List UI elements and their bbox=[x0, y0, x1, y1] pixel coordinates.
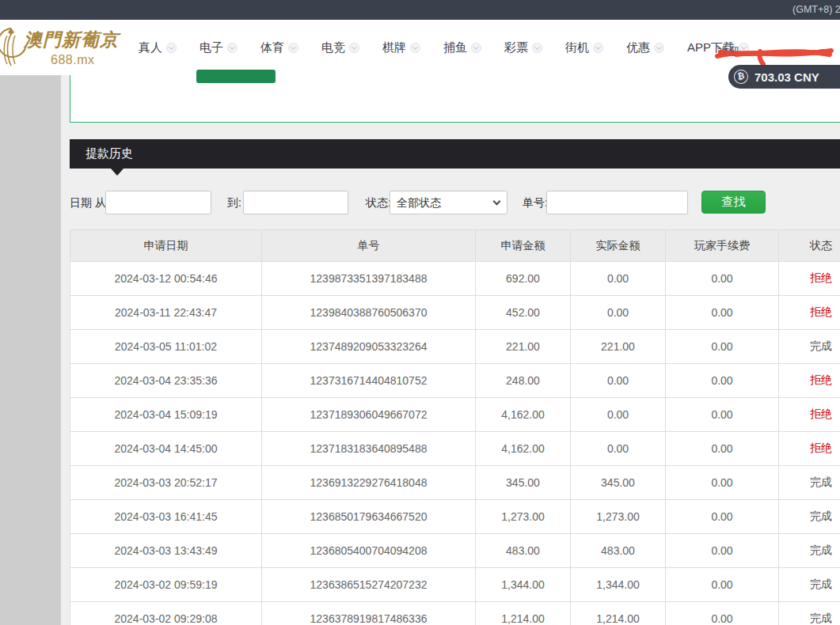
col-header-actual-amount: 实际金额 bbox=[571, 230, 666, 262]
cell-request-amount: 345.00 bbox=[476, 466, 571, 500]
cell-date: 2024-03-03 16:41:45 bbox=[70, 500, 262, 534]
table-row: 2024-03-02 09:29:0812363789198174863361,… bbox=[70, 602, 840, 625]
cell-request-amount: 692.00 bbox=[476, 262, 571, 296]
balance-pill[interactable]: ₿ 703.03 CNY bbox=[728, 65, 840, 89]
withdraw-history-table: 申请日期 单号 申请金额 实际金额 玩家手续费 状态 2024-03-12 00… bbox=[70, 229, 840, 625]
table-row: 2024-03-03 16:41:4512368501796346675201,… bbox=[70, 500, 840, 534]
search-button[interactable]: 查找 bbox=[701, 191, 766, 214]
cell-date: 2024-03-11 22:43:47 bbox=[70, 296, 262, 330]
table-row: 2024-03-03 13:43:49123680540070409420848… bbox=[70, 534, 840, 568]
cell-order-no: 1239873351397183488 bbox=[262, 262, 476, 296]
table-header-row: 申请日期 单号 申请金额 实际金额 玩家手续费 状态 bbox=[70, 230, 840, 262]
cell-actual-amount: 0.00 bbox=[571, 262, 666, 296]
col-header-date: 申请日期 bbox=[70, 230, 262, 262]
nav-item-esports[interactable]: 电竞 bbox=[321, 40, 359, 55]
cell-player-fee: 0.00 bbox=[666, 500, 779, 534]
bitcoin-icon: ₿ bbox=[733, 69, 749, 85]
table-row: 2024-03-04 23:35:36123731671440481075224… bbox=[70, 364, 840, 398]
cell-player-fee: 0.00 bbox=[666, 432, 779, 466]
table-row: 2024-03-04 14:45:0012371831836408954884,… bbox=[70, 432, 840, 466]
date-to-input[interactable] bbox=[243, 191, 348, 214]
table-body: 2024-03-12 00:54:46123987335139718348869… bbox=[70, 262, 840, 625]
nav-item-lottery[interactable]: 彩票 bbox=[504, 40, 542, 55]
chevron-circle-icon bbox=[654, 43, 664, 53]
date-from-input[interactable] bbox=[105, 191, 211, 214]
col-header-player-fee: 玩家手续费 bbox=[666, 230, 779, 262]
cell-order-no: 1237316714404810752 bbox=[262, 364, 476, 398]
cell-status: 拒绝 bbox=[779, 364, 840, 398]
cell-date: 2024-03-05 11:01:02 bbox=[70, 330, 262, 364]
cell-status: 完成 bbox=[779, 602, 840, 625]
cell-actual-amount: 0.00 bbox=[571, 296, 666, 330]
cell-order-no: 1237489209053323264 bbox=[262, 330, 476, 364]
panel-title: 提款历史 bbox=[86, 146, 133, 161]
cell-request-amount: 483.00 bbox=[476, 534, 571, 568]
cell-request-amount: 1,214.00 bbox=[476, 602, 571, 625]
timezone-label: (GMT+8) 2 bbox=[792, 4, 840, 15]
status-select[interactable]: 全部状态 bbox=[390, 191, 507, 214]
cell-player-fee: 0.00 bbox=[666, 262, 779, 296]
nav-item-live[interactable]: 真人 bbox=[139, 40, 177, 55]
cell-actual-amount: 0.00 bbox=[571, 432, 666, 466]
nav-item-label: 街机 bbox=[565, 40, 589, 55]
cell-actual-amount: 1,273.00 bbox=[571, 500, 666, 534]
cell-request-amount: 1,273.00 bbox=[476, 500, 571, 534]
date-from-label: 日期 从: bbox=[70, 196, 109, 210]
brand-domain: 688.mx bbox=[51, 53, 94, 67]
status-select-wrap: 全部状态 bbox=[390, 191, 507, 214]
welcome-area: 欢迎 bbox=[713, 40, 839, 67]
cell-order-no: 1236386515274207232 bbox=[262, 568, 476, 602]
table-row: 2024-03-12 00:54:46123987335139718348869… bbox=[70, 262, 840, 296]
cell-status: 完成 bbox=[779, 330, 840, 364]
chevron-circle-icon bbox=[227, 43, 238, 53]
table-header: 申请日期 单号 申请金额 实际金额 玩家手续费 状态 bbox=[70, 230, 840, 262]
cell-status: 拒绝 bbox=[779, 262, 840, 296]
cell-date: 2024-03-03 20:52:17 bbox=[70, 466, 262, 500]
top-bar: (GMT+8) 2 bbox=[0, 0, 840, 20]
col-header-status: 状态 bbox=[779, 230, 840, 262]
cell-request-amount: 452.00 bbox=[476, 296, 571, 330]
nav-item-cards[interactable]: 棋牌 bbox=[382, 40, 420, 55]
cell-actual-amount: 345.00 bbox=[571, 466, 666, 500]
chevron-circle-icon bbox=[593, 43, 603, 53]
cell-status: 完成 bbox=[779, 534, 840, 568]
brand-title: 澳門新葡京 bbox=[24, 28, 119, 52]
cell-status: 完成 bbox=[779, 500, 840, 534]
cell-request-amount: 1,344.00 bbox=[476, 568, 571, 602]
table-row: 2024-03-03 20:52:17123691322927641804834… bbox=[70, 466, 840, 500]
cell-date: 2024-03-04 14:45:00 bbox=[70, 432, 262, 466]
nav-item-promo[interactable]: 优惠 bbox=[626, 40, 664, 55]
nav-item-label: 电竞 bbox=[321, 40, 345, 55]
nav-item-fishing[interactable]: 捕鱼 bbox=[443, 40, 481, 55]
cell-date: 2024-03-03 13:43:49 bbox=[70, 534, 262, 568]
site-logo[interactable]: 澳門新葡京 688.mx bbox=[0, 23, 124, 74]
nav-item-arcade[interactable]: 街机 bbox=[565, 40, 603, 55]
table-row: 2024-03-04 15:09:1912371893060496670724,… bbox=[70, 398, 840, 432]
cell-order-no: 1236378919817486336 bbox=[262, 602, 476, 625]
cell-date: 2024-03-02 09:59:19 bbox=[70, 568, 262, 602]
cell-order-no: 1237183183640895488 bbox=[262, 432, 476, 466]
withdraw-form-panel bbox=[70, 74, 840, 123]
nav-item-label: 优惠 bbox=[626, 40, 650, 55]
nav-item-slots[interactable]: 电子 bbox=[200, 40, 238, 55]
nav-item-sports[interactable]: 体育 bbox=[260, 40, 298, 55]
cell-date: 2024-03-02 09:29:08 bbox=[70, 602, 262, 625]
chevron-circle-icon bbox=[349, 43, 359, 53]
cell-order-no: 1239840388760506370 bbox=[262, 296, 476, 330]
cell-request-amount: 4,162.00 bbox=[476, 398, 571, 432]
cell-actual-amount: 1,344.00 bbox=[571, 568, 666, 602]
col-header-request-amount: 申请金额 bbox=[476, 230, 571, 262]
cell-date: 2024-03-12 00:54:46 bbox=[70, 262, 262, 296]
cell-player-fee: 0.00 bbox=[666, 602, 779, 625]
left-gutter bbox=[0, 75, 61, 625]
nav-item-label: 彩票 bbox=[504, 40, 528, 55]
cell-status: 完成 bbox=[779, 466, 840, 500]
chevron-circle-icon bbox=[166, 43, 177, 53]
order-no-input[interactable] bbox=[546, 191, 688, 214]
cell-actual-amount: 1,214.00 bbox=[571, 602, 666, 625]
cell-actual-amount: 0.00 bbox=[571, 398, 666, 432]
balance-amount: 703.03 CNY bbox=[754, 70, 819, 84]
withdraw-submit-button[interactable] bbox=[196, 70, 276, 83]
nav-item-label: 捕鱼 bbox=[443, 40, 467, 55]
date-to-label: 到: bbox=[227, 196, 241, 210]
